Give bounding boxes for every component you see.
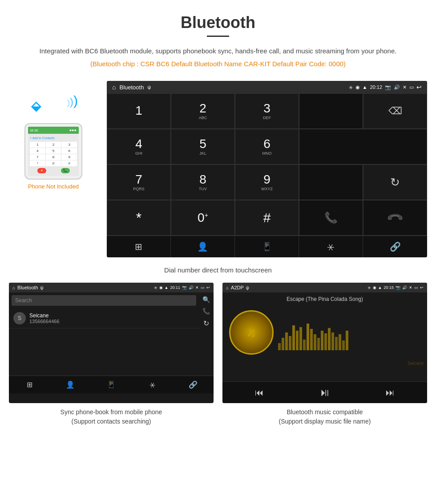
nav-grid-button[interactable]: ⊞	[107, 236, 171, 257]
camera-icon[interactable]: 📷	[385, 84, 391, 90]
key-8[interactable]: 8TUV	[171, 164, 235, 200]
key-star[interactable]: *	[107, 200, 171, 236]
key-6[interactable]: 6MNO	[235, 129, 299, 164]
bt-status-icon: ⚹	[349, 84, 353, 90]
status-left: ⌂ Bluetooth ψ	[112, 84, 151, 91]
phone-dialpad: 123 456 789 *0#	[30, 142, 77, 166]
title-underline	[207, 36, 229, 37]
phonebook-caption-line2: (Support contacts searching)	[72, 418, 151, 425]
pb-contact-info: Seicane 13566664466	[29, 312, 194, 324]
pb-contact-initial: S	[18, 315, 21, 321]
pb-search-bar[interactable]: Search	[12, 295, 196, 306]
key-9[interactable]: 9WXYZ	[235, 164, 299, 200]
music-eq-visualizer	[278, 315, 420, 350]
main-content: ⬙ ))) M:30 ●●● + Add to Contacts 123 456…	[0, 81, 436, 257]
refresh-button[interactable]: ↻	[363, 164, 427, 200]
next-button[interactable]: ⏭	[386, 388, 395, 398]
phone-not-included-label: Phone Not Included	[28, 183, 79, 190]
phonebook-caption: Sync phone-book from mobile phone (Suppo…	[9, 408, 214, 426]
nav-contacts-button[interactable]: 👤	[171, 236, 235, 257]
music-cam-icon: 📷	[396, 285, 400, 290]
music-caption-line2: (Support display music file name)	[279, 418, 371, 425]
music-song-title: Escape (The Pina Colada Song)	[222, 292, 427, 306]
pb-time: 20:11	[170, 285, 180, 290]
pb-search-placeholder: Search	[15, 297, 32, 304]
music-screen: ⌂ A2DP ψ ⚹ ◉ ▲ 20:15 📷 🔊 ✕ ▭ ↩ Escape (T…	[222, 283, 427, 403]
pb-title: Bluetooth	[17, 285, 38, 290]
nav-link-button[interactable]: 🔗	[363, 236, 427, 257]
pb-cam-icon: 📷	[182, 285, 187, 290]
pb-home-icon[interactable]: ⌂	[12, 285, 15, 290]
music-status-bar: ⌂ A2DP ψ ⚹ ◉ ▲ 20:15 📷 🔊 ✕ ▭ ↩	[222, 283, 427, 292]
pb-back-icon[interactable]: ↩	[206, 285, 210, 290]
pb-content: Search S Seicane 13566664466 🔍 📞	[9, 292, 214, 331]
pb-side-phone-icon[interactable]: 📞	[202, 308, 210, 315]
nav-call-button[interactable]: 📱	[235, 236, 299, 257]
page-title: Bluetooth	[9, 13, 427, 32]
call-green-button[interactable]: 📞	[299, 200, 363, 236]
pb-contact-number: 13566664466	[29, 319, 194, 324]
phone-screen: + Add to Contacts 123 456 789 *0# ✕ 📞	[28, 134, 79, 176]
main-caption: Dial number direct from touchscreen	[0, 266, 436, 274]
prev-button[interactable]: ⏮	[255, 388, 264, 398]
pb-contact-avatar: S	[13, 312, 26, 324]
status-right: ⚹ ◉ ▲ 20:12 📷 🔊 ✕ ▭ ↩	[349, 84, 422, 91]
pb-side-icons: 🔍 📞 ↻	[199, 292, 214, 331]
home-icon[interactable]: ⌂	[112, 84, 116, 91]
key-7[interactable]: 7PQRS	[107, 164, 171, 200]
key-hash[interactable]: #	[235, 200, 299, 236]
page-header: Bluetooth Integrated with BC6 Bluetooth …	[0, 0, 436, 81]
phonebook-screen: ⌂ Bluetooth ψ ⚹ ◉ ▲ 20:11 📷 🔊 ✕ ▭ ↩	[9, 283, 214, 403]
volume-icon[interactable]: 🔊	[394, 84, 400, 90]
backspace-button[interactable]: ⌫	[363, 93, 427, 129]
phone-bottom-bar: ✕ 📞	[30, 166, 77, 174]
pb-side-refresh-icon[interactable]: ↻	[203, 319, 209, 328]
car-dialpad-screen: ⌂ Bluetooth ψ ⚹ ◉ ▲ 20:12 📷 🔊 ✕ ▭ ↩ 1 2A…	[107, 81, 427, 257]
x-icon[interactable]: ✕	[403, 84, 407, 90]
call-red-button[interactable]: 📞	[363, 200, 427, 236]
music-home-icon[interactable]: ⌂	[226, 285, 229, 290]
key-4[interactable]: 4GHI	[107, 129, 171, 164]
pb-nav-grid[interactable]: ⊞	[9, 379, 50, 391]
pb-usb-icon: ψ	[40, 285, 44, 290]
description-text: Integrated with BC6 Bluetooth module, su…	[9, 46, 427, 56]
bluetooth-symbol: ⬙	[31, 99, 41, 113]
key-5[interactable]: 5JKL	[171, 129, 235, 164]
pb-nav-phone[interactable]: 📱	[91, 379, 132, 391]
pb-contact-row[interactable]: S Seicane 13566664466	[9, 308, 199, 328]
pb-x-icon[interactable]: ✕	[195, 285, 199, 290]
key-3[interactable]: 3DEF	[235, 93, 299, 129]
location-icon: ◉	[355, 84, 360, 90]
display-empty-3	[299, 164, 363, 200]
play-pause-button[interactable]: ⏯	[319, 386, 330, 399]
music-caption: Bluetooth music compatible (Support disp…	[222, 408, 427, 426]
music-controls: ⏮ ⏯ ⏭	[222, 381, 427, 403]
watermark: Seicane	[222, 359, 427, 368]
display-empty-1	[299, 93, 363, 129]
music-win-icon[interactable]: ▭	[414, 285, 418, 290]
pb-bt-icon: ⚹	[154, 285, 157, 290]
pb-nav-bt[interactable]: ⚹	[132, 379, 173, 391]
key-0[interactable]: 0+	[171, 200, 235, 236]
key-1[interactable]: 1	[107, 93, 171, 129]
pb-side-search-icon[interactable]: 🔍	[202, 296, 210, 303]
back-icon[interactable]: ↩	[416, 84, 422, 91]
pb-vol-icon: 🔊	[189, 285, 194, 290]
music-album-art: ♫	[229, 310, 274, 355]
pb-nav-person[interactable]: 👤	[50, 379, 91, 391]
key-2[interactable]: 2ABC	[171, 93, 235, 129]
music-bt-icon: ⚹	[367, 285, 371, 290]
phone-mockup: M:30 ●●● + Add to Contacts 123 456 789 *…	[24, 123, 82, 180]
music-loc-icon: ◉	[373, 285, 376, 290]
pb-win-icon[interactable]: ▭	[201, 285, 205, 290]
music-back-icon[interactable]: ↩	[420, 285, 424, 290]
music-x-icon[interactable]: ✕	[409, 285, 412, 290]
music-spacer: Seicane	[222, 359, 427, 381]
pb-status-bar: ⌂ Bluetooth ψ ⚹ ◉ ▲ 20:11 📷 🔊 ✕ ▭ ↩	[9, 283, 214, 292]
window-icon[interactable]: ▭	[409, 84, 414, 90]
nav-bluetooth-button[interactable]: ⚹	[299, 236, 363, 257]
music-time: 20:15	[384, 285, 394, 290]
pb-nav-link[interactable]: 🔗	[173, 379, 214, 391]
phone-section: ⬙ ))) M:30 ●●● + Add to Contacts 123 456…	[9, 81, 98, 257]
phonebook-caption-line1: Sync phone-book from mobile phone	[61, 408, 162, 416]
